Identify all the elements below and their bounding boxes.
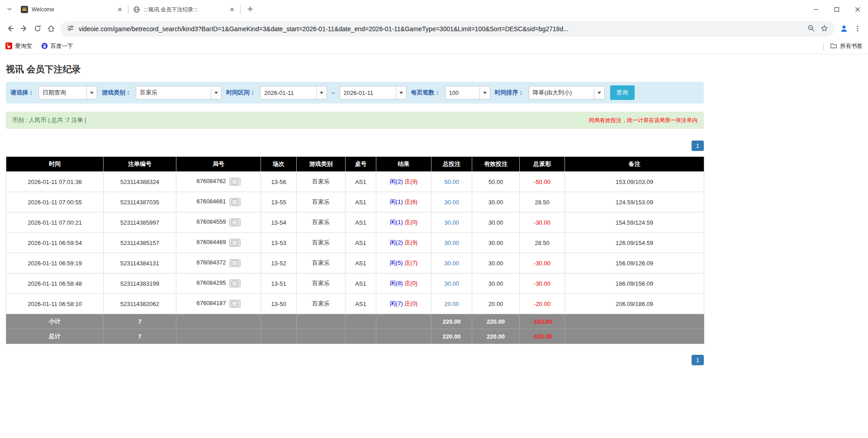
forward-button[interactable] [17, 22, 31, 36]
tab-close-icon[interactable] [228, 5, 236, 14]
chevron-down-icon[interactable] [396, 86, 406, 99]
empty-cell [565, 314, 704, 329]
maximize-button[interactable] [826, 0, 847, 19]
new-tab-button[interactable] [243, 3, 257, 16]
banker-result: 庄(0) [404, 219, 417, 226]
reload-button[interactable] [31, 22, 44, 36]
search-button[interactable]: 查询 [610, 85, 635, 100]
table-row: 2026-01-11 07:01:36 523114388324 6760847… [6, 172, 704, 192]
session-cell: 13-50 [261, 294, 297, 314]
minimize-button[interactable] [806, 0, 826, 19]
time-cell: 2026-01-11 06:58:10 [6, 294, 104, 314]
date-range-label: 时间区间： [226, 89, 256, 97]
result-cell: 闲(1) 庄(0) [376, 212, 432, 233]
game-kind-select[interactable]: 百家乐 [136, 86, 222, 99]
round-number: 676084661 [196, 198, 226, 205]
tab-search-button[interactable] [3, 3, 16, 16]
game-cell: 百家乐 [297, 212, 346, 233]
note-cell: 156.09/126.09 [565, 253, 704, 273]
date-type-select[interactable]: 日期查询 [38, 86, 97, 99]
bet-id-cell: 523114385997 [104, 212, 176, 233]
col-time: 时间 [6, 157, 104, 172]
banker-result: 庄(0) [404, 280, 417, 287]
col-table-no: 桌号 [346, 157, 376, 172]
page-1-button[interactable]: 1 [692, 355, 704, 365]
all-bookmarks-button[interactable]: 所有书签 [830, 42, 863, 51]
payout-cell: -30.00 [520, 273, 565, 294]
banker-result: 庄(7) [404, 259, 417, 266]
date-end-value: 2026-01-11 [340, 86, 396, 99]
bookmark-taobao[interactable]: 爱淘宝 [5, 42, 32, 51]
bet-id-cell: 523114388324 [104, 172, 176, 192]
player-result: 闲(1) [390, 198, 403, 205]
empty-cell [346, 314, 376, 329]
session-cell: 13-54 [261, 212, 297, 233]
notice-text: 同局有效投注，统一计算在该局第一张注单内 [589, 117, 697, 124]
table-row: 2026-01-11 06:58:10 523114382062 6760841… [6, 294, 704, 314]
col-valid-bet: 有效投注 [472, 157, 520, 172]
tab-betrecord[interactable]: :::视讯 会员下注纪录::: [128, 0, 241, 19]
total-total-bet: 220.00 [432, 329, 472, 344]
chevron-down-icon[interactable] [594, 86, 604, 99]
site-settings-icon[interactable] [67, 24, 74, 33]
close-window-button[interactable] [847, 0, 868, 19]
game-cell: 百家乐 [297, 172, 346, 192]
round-number: 676084295 [196, 279, 226, 286]
round-number: 676084187 [196, 300, 226, 306]
date-end-select[interactable]: 2026-01-11 [340, 86, 407, 99]
total-label: 总计 [6, 329, 104, 344]
bookmark-baidu[interactable]: 百度一下 [41, 42, 73, 51]
chevron-down-icon[interactable] [316, 86, 327, 99]
table-no-cell: AS1 [346, 192, 376, 212]
bet-records-table: 时间 注单编号 局号 场次 游戏类别 桌号 结果 总投注 有效投注 总派彩 备注… [6, 156, 704, 344]
back-button[interactable] [4, 22, 17, 36]
home-button[interactable] [44, 22, 58, 36]
zoom-icon[interactable] [807, 24, 815, 34]
col-session: 场次 [261, 157, 297, 172]
date-start-select[interactable]: 2026-01-11 [260, 86, 327, 99]
round-detail-icon[interactable] [229, 239, 241, 247]
page-1-button[interactable]: 1 [692, 141, 704, 151]
payout-cell: -50.00 [520, 172, 565, 192]
chevron-down-icon[interactable] [211, 86, 221, 99]
browser-tab-strip: Welcome :::视讯 会员下注纪录::: [0, 0, 868, 19]
round-detail-icon[interactable] [229, 218, 241, 226]
bookmark-star-icon[interactable] [821, 24, 828, 34]
session-cell: 13-56 [261, 172, 297, 192]
url-bar[interactable]: videoie.com/game/betrecord_search/kind3?… [61, 21, 835, 37]
round-detail-icon[interactable] [229, 178, 241, 186]
chevron-down-icon[interactable] [86, 86, 97, 99]
game-cell: 百家乐 [297, 192, 346, 212]
player-result: 闲(7) [390, 300, 403, 307]
empty-cell [261, 329, 297, 344]
table-no-cell: AS1 [346, 253, 376, 273]
subtotal-payout: -103.00 [520, 314, 565, 329]
round-detail-icon[interactable] [229, 259, 241, 267]
player-result: 闲(8) [390, 280, 403, 287]
round-detail-icon[interactable] [229, 300, 241, 308]
result-cell: 闲(5) 庄(7) [376, 253, 432, 273]
col-bet-id: 注单编号 [104, 157, 176, 172]
browser-menu-button[interactable] [851, 22, 864, 36]
empty-cell [176, 329, 261, 344]
tab-welcome[interactable]: Welcome [16, 0, 128, 19]
profile-button[interactable] [837, 22, 851, 36]
currency-summary: 币别 : 人民币 | 总共 :7 注单 | [12, 116, 86, 124]
tab-close-icon[interactable] [116, 5, 124, 14]
empty-cell [346, 329, 376, 344]
url-text[interactable]: videoie.com/game/betrecord_search/kind3?… [79, 25, 803, 33]
round-number: 676084469 [196, 239, 226, 245]
sort-select[interactable]: 降幂(由大到小) [529, 86, 605, 99]
banker-result: 庄(6) [404, 198, 417, 205]
bookmarks-divider [823, 43, 824, 50]
empty-cell [565, 329, 704, 344]
per-page-select[interactable]: 100 [445, 86, 490, 99]
session-cell: 13-52 [261, 253, 297, 273]
round-cell: 676084187 [176, 294, 261, 314]
total-bet-cell: 30.00 [432, 192, 472, 212]
round-detail-icon[interactable] [229, 198, 241, 206]
valid-bet-cell: 30.00 [472, 233, 520, 253]
round-detail-icon[interactable] [229, 279, 241, 287]
chevron-down-icon[interactable] [479, 86, 490, 99]
player-result: 闲(2) [390, 239, 403, 246]
